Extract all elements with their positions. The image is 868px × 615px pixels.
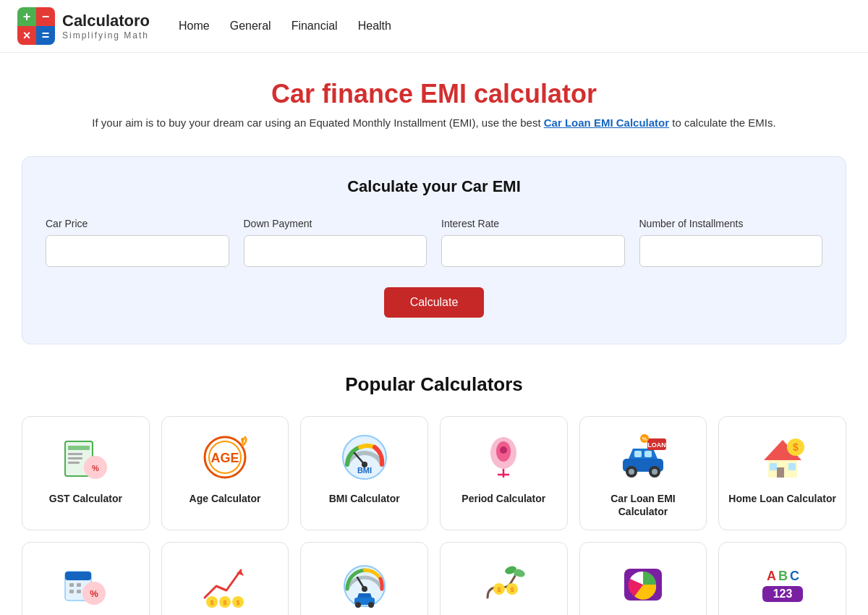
char-icon: A B C 123 [757,557,809,609]
calc-heading: Calculate your Car EMI [46,177,822,196]
label-interest-rate: Interest Rate [441,218,625,229]
svg-point-25 [652,469,658,475]
period-label: Period Calculator [448,492,560,505]
svg-point-54 [362,586,367,592]
age-icon: AGE [199,431,251,483]
calc-item-bmi[interactable]: BMI BMI Calculator [300,416,428,530]
svg-text:$: $ [511,586,514,593]
svg-text:$: $ [223,599,226,606]
calc-item-period[interactable]: Period Calculator [440,416,568,530]
hero-link[interactable]: Car Loan EMI Calculator [544,116,669,129]
label-down-payment: Down Payment [244,218,427,229]
svg-text:AGE: AGE [210,451,239,465]
nav-health[interactable]: Health [358,20,391,33]
svg-text:$: $ [793,441,799,453]
svg-text:$: $ [210,599,213,606]
svg-text:$: $ [236,599,239,606]
hero-description: If your aim is to buy your dream car usi… [14,116,854,129]
logo-icon: + − × = [17,7,55,45]
svg-point-56 [355,602,361,608]
svg-text:123: 123 [773,588,792,600]
input-down-payment[interactable] [244,235,427,267]
svg-rect-4 [68,462,80,464]
logo-cell-times: × [17,26,36,45]
svg-rect-42 [77,583,81,587]
calc-item-mileage[interactable]: Mileage Calculator [300,542,428,615]
carloan-icon: LOAN % [617,431,669,483]
svg-text:BMI: BMI [357,466,372,475]
nav-links: Home General Financial Health [179,20,391,33]
svg-rect-32 [777,467,784,478]
calc-item-compound[interactable]: % Compound Interest Calculator [22,542,150,615]
brand-name: Calculatoro [62,12,150,30]
calc-item-macro[interactable]: MACROS Macro Calculator [579,542,707,615]
bmi-label: BMI Calculator [308,492,420,505]
popular-section: Popular Calculators % GST Calculator [0,366,868,615]
label-car-price: Car Price [46,218,229,229]
svg-point-23 [629,469,634,475]
svg-text:%: % [92,464,99,472]
svg-rect-38 [65,572,91,580]
navbar: + − × = Calculatoro Simplifying Math Hom… [0,0,868,53]
logo-cell-plus: + [17,7,36,26]
homeloan-label: Home Loan Calculator [726,492,838,505]
svg-rect-20 [634,451,642,457]
calc-item-roi[interactable]: $ $ ROI Calculator [440,542,568,615]
svg-rect-41 [69,583,74,587]
field-interest-rate: Interest Rate [441,218,625,267]
logo-cell-minus: − [36,7,55,26]
nav-financial[interactable]: Financial [292,20,338,33]
svg-point-57 [368,602,374,608]
input-car-price[interactable] [46,235,229,267]
svg-rect-3 [68,457,82,459]
nav-general[interactable]: General [230,20,271,33]
compound-icon: % [59,557,111,609]
gst-icon: % [59,431,111,483]
svg-rect-33 [770,463,777,470]
brand-tagline: Simplifying Math [62,30,150,41]
logo-text: Calculatoro Simplifying Math [62,12,150,41]
macro-icon: MACROS [617,557,669,609]
svg-text:%: % [90,588,99,599]
bmi-icon: BMI [339,431,391,483]
calc-item-sip[interactable]: $ $ $ SIP Calculator [161,542,289,615]
svg-rect-2 [68,453,82,455]
calc-item-carloan[interactable]: LOAN % Car Loan EMI Calculator [579,416,707,530]
svg-text:$: $ [498,586,501,593]
svg-text:LOAN: LOAN [647,441,666,449]
calc-item-gst[interactable]: % GST Calculator [22,416,150,530]
calc-item-age[interactable]: AGE Age Calculator [161,416,289,530]
svg-text:MACROS: MACROS [629,599,658,606]
logo-area: + − × = Calculatoro Simplifying Math [17,7,150,45]
label-installments: Number of Installments [639,218,823,229]
svg-point-18 [500,446,507,454]
gst-label: GST Calculator [30,492,142,505]
homeloan-icon: $ [757,431,809,483]
calc-grid: % GST Calculator AGE Age Calculator [22,416,846,615]
nav-home[interactable]: Home [179,20,210,33]
calculate-button[interactable]: Calculate [384,287,485,318]
logo-cell-equal: = [36,26,55,45]
calc-item-homeloan[interactable]: $ Home Loan Calculator [718,416,846,530]
calc-fields: Car Price Down Payment Interest Rate Num… [46,218,822,267]
carloan-label: Car Loan EMI Calculator [587,492,699,518]
calc-btn-row: Calculate [46,287,822,318]
svg-text:%: % [642,436,647,442]
svg-rect-43 [69,590,74,593]
hero-section: Car finance EMI calculator If your aim i… [0,53,868,142]
svg-text:A: A [767,569,776,583]
calculator-card: Calculate your Car EMI Car Price Down Pa… [22,156,846,344]
age-label: Age Calculator [169,492,281,505]
field-car-price: Car Price [46,218,229,267]
input-interest-rate[interactable] [441,235,625,267]
calc-item-char[interactable]: A B C 123 Character Counter [718,542,846,615]
roi-icon: $ $ [477,557,529,609]
svg-rect-1 [68,446,90,450]
svg-rect-21 [644,451,652,457]
period-icon [477,431,529,483]
page-title: Car finance EMI calculator [14,79,854,109]
input-installments[interactable] [639,235,823,267]
field-down-payment: Down Payment [244,218,427,267]
svg-text:C: C [790,569,799,583]
field-installments: Number of Installments [639,218,823,267]
